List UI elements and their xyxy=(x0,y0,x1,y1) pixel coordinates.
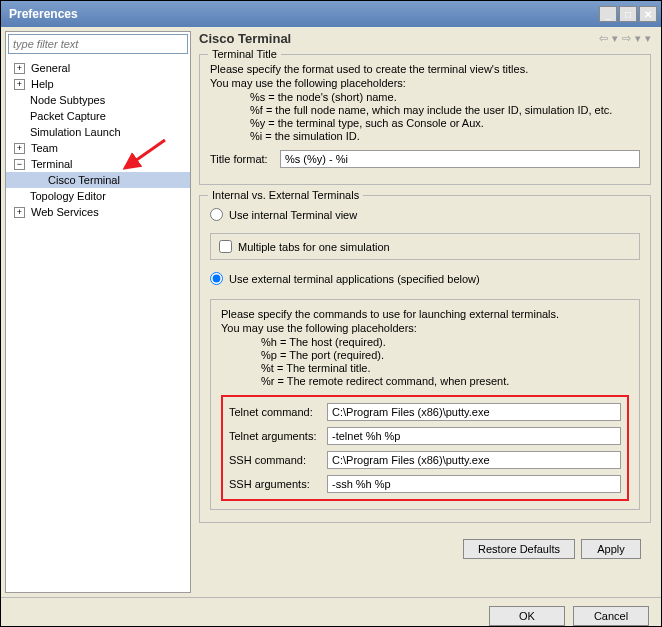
content-panel: Cisco Terminal ⇦ ▾ ⇨ ▾ ▾ Terminal Title … xyxy=(195,27,661,597)
page-title: Cisco Terminal xyxy=(199,31,599,46)
expand-icon[interactable]: + xyxy=(14,207,25,218)
filter-input[interactable] xyxy=(8,34,188,54)
radio-internal-label: Use internal Terminal view xyxy=(229,209,357,221)
restore-defaults-button[interactable]: Restore Defaults xyxy=(463,539,575,559)
tree-item-simulation-launch[interactable]: Simulation Launch xyxy=(6,124,190,140)
expand-icon[interactable]: + xyxy=(14,79,25,90)
highlighted-commands: Telnet command: Telnet arguments: SSH co… xyxy=(221,395,629,501)
cancel-button[interactable]: Cancel xyxy=(573,606,649,626)
tree-item-cisco-terminal[interactable]: Cisco Terminal xyxy=(6,172,190,188)
radio-external[interactable] xyxy=(210,272,223,285)
minimize-button[interactable]: _ xyxy=(599,6,617,22)
internal-external-group: Internal vs. External Terminals Use inte… xyxy=(199,195,651,523)
view-menu-icon[interactable]: ▾ xyxy=(645,32,651,45)
radio-external-label: Use external terminal applications (spec… xyxy=(229,273,480,285)
title-format-input[interactable] xyxy=(280,150,640,168)
telnet-command-input[interactable] xyxy=(327,403,621,421)
collapse-icon[interactable]: − xyxy=(14,159,25,170)
placeholder-list: %h = The host (required). %p = The port … xyxy=(261,336,629,387)
group-legend: Terminal Title xyxy=(208,48,281,60)
tree-item-web-services[interactable]: +Web Services xyxy=(6,204,190,220)
tree-item-terminal[interactable]: −Terminal xyxy=(6,156,190,172)
instruction-text: You may use the following placeholders: xyxy=(221,322,629,334)
window-title: Preferences xyxy=(5,7,599,21)
telnet-arguments-input[interactable] xyxy=(327,427,621,445)
expand-icon[interactable]: + xyxy=(14,143,25,154)
tree-item-help[interactable]: +Help xyxy=(6,76,190,92)
tree-item-general[interactable]: +General xyxy=(6,60,190,76)
placeholder-list: %s = the node's (short) name. %f = the f… xyxy=(250,91,640,142)
sidebar: +General +Help Node Subtypes Packet Capt… xyxy=(5,31,191,593)
checkbox-multiple-tabs[interactable] xyxy=(219,240,232,253)
close-button[interactable]: ✕ xyxy=(639,6,657,22)
instruction-text: Please specify the format used to create… xyxy=(210,63,640,75)
tree-item-packet-capture[interactable]: Packet Capture xyxy=(6,108,190,124)
titlebar[interactable]: Preferences _ □ ✕ xyxy=(1,1,661,27)
telnet-arguments-label: Telnet arguments: xyxy=(229,430,327,442)
ok-button[interactable]: OK xyxy=(489,606,565,626)
instruction-text: Please specify the commands to use for l… xyxy=(221,308,629,320)
nav-forward-icon[interactable]: ⇨ xyxy=(622,32,631,45)
instruction-text: You may use the following placeholders: xyxy=(210,77,640,89)
ssh-command-label: SSH command: xyxy=(229,454,327,466)
tree-item-node-subtypes[interactable]: Node Subtypes xyxy=(6,92,190,108)
checkbox-multiple-tabs-label: Multiple tabs for one simulation xyxy=(238,241,390,253)
radio-internal[interactable] xyxy=(210,208,223,221)
nav-back-icon[interactable]: ⇦ xyxy=(599,32,608,45)
maximize-button[interactable]: □ xyxy=(619,6,637,22)
terminal-title-group: Terminal Title Please specify the format… xyxy=(199,54,651,185)
preferences-tree: +General +Help Node Subtypes Packet Capt… xyxy=(6,56,190,592)
expand-icon[interactable]: + xyxy=(14,63,25,74)
tree-item-team[interactable]: +Team xyxy=(6,140,190,156)
ssh-arguments-label: SSH arguments: xyxy=(229,478,327,490)
telnet-command-label: Telnet command: xyxy=(229,406,327,418)
ssh-arguments-input[interactable] xyxy=(327,475,621,493)
apply-button[interactable]: Apply xyxy=(581,539,641,559)
group-legend: Internal vs. External Terminals xyxy=(208,189,363,201)
title-format-label: Title format: xyxy=(210,153,280,165)
tree-item-topology-editor[interactable]: Topology Editor xyxy=(6,188,190,204)
dialog-footer: OK Cancel xyxy=(1,597,661,627)
ssh-command-input[interactable] xyxy=(327,451,621,469)
